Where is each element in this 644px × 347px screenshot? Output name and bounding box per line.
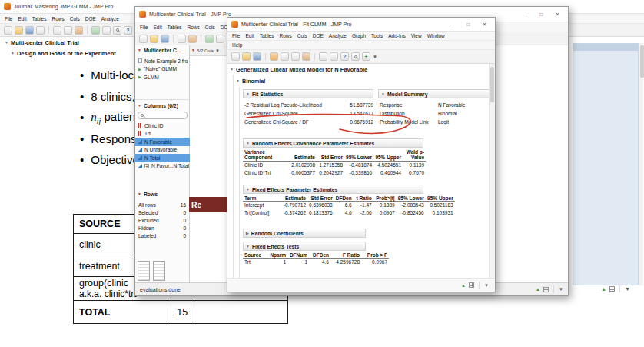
menu-file[interactable]: File <box>140 25 148 30</box>
column-item-n-unfavorable[interactable]: N Unfavorable <box>135 146 190 155</box>
column-item-n-favor-n-total[interactable]: + N Favor...N Total <box>135 162 190 171</box>
help-icon[interactable]: ? <box>340 52 349 61</box>
red-triangle-icon[interactable]: ▼ <box>138 192 141 196</box>
paste-icon[interactable] <box>75 26 83 35</box>
menu-tools[interactable]: Tools <box>371 33 383 38</box>
close-button[interactable]: ✕ <box>551 10 564 19</box>
column-item-trt[interactable]: Trt <box>135 130 190 138</box>
fixed-effects-tests-header[interactable]: ▼ Fixed Effects Tests <box>243 242 366 251</box>
analyze-icon[interactable] <box>205 35 214 43</box>
disclosure-icon[interactable]: ▼ <box>381 92 385 96</box>
menu-rows[interactable]: Rows <box>279 33 291 38</box>
menu-addins[interactable]: Add-Ins <box>388 33 405 38</box>
disclosure-icon[interactable]: ▼ <box>246 188 250 192</box>
table-panel-header[interactable]: ▼ Multicenter C... <box>138 48 181 53</box>
scrollbar-thumb[interactable] <box>490 67 494 102</box>
run-script-icon[interactable]: ▶ <box>138 75 141 79</box>
minimize-button[interactable]: — <box>519 10 532 19</box>
scrollbar-thumb[interactable] <box>640 45 644 78</box>
disclosure-icon[interactable]: ▼ <box>246 92 250 96</box>
selection-arrow-icon[interactable] <box>319 52 327 61</box>
column-search-input[interactable] <box>138 112 188 119</box>
save-icon[interactable] <box>25 26 34 35</box>
fit-statistics-header[interactable]: ▼ Fit Statistics <box>243 89 373 98</box>
menu-rows[interactable]: Rows <box>51 16 64 22</box>
caret-down-icon[interactable]: ▼ <box>559 287 563 292</box>
layout-icon[interactable] <box>281 52 289 61</box>
menu-file[interactable]: File <box>5 16 12 22</box>
rows-panel-header[interactable]: ▼ Rows <box>138 192 158 197</box>
caret-down-icon[interactable]: ▼ <box>625 286 630 292</box>
redo-icon[interactable] <box>102 26 111 35</box>
column-item-clinic-id[interactable]: Clinic ID <box>135 122 190 130</box>
model-summary-header[interactable]: ▼ Model Summary <box>378 89 490 98</box>
red-triangle-icon[interactable]: ▼ <box>138 104 141 108</box>
menu-cols[interactable]: Cols <box>205 25 215 30</box>
report-scrollbar[interactable] <box>489 64 495 278</box>
outline-binomial[interactable]: ▼ Binomial <box>236 78 265 85</box>
undo-icon[interactable] <box>91 26 100 35</box>
columns-panel-header[interactable]: ▼ Columns (6/2) <box>138 103 178 108</box>
window-thumbnail[interactable] <box>153 261 165 281</box>
zoom-icon[interactable] <box>113 26 121 35</box>
disclosure-icon[interactable]: ▼ <box>246 245 250 249</box>
maximize-button[interactable]: □ <box>535 10 548 19</box>
menu-help[interactable]: Help <box>232 42 242 48</box>
menu-tables[interactable]: Tables <box>168 25 182 30</box>
run-script-icon[interactable]: ▶ <box>138 67 141 72</box>
menu-window[interactable]: Window <box>427 33 445 38</box>
new-journal-icon[interactable] <box>4 26 12 35</box>
menu-cols[interactable]: Cols <box>70 16 80 22</box>
column-item-n-favorable[interactable]: N Favorable <box>135 138 190 146</box>
disclosure-icon[interactable]: ▶ <box>246 232 249 235</box>
disclosure-icon[interactable]: ▼ <box>236 79 240 83</box>
table-note-item[interactable]: Note Example 2 fro <box>136 57 189 65</box>
red-triangle-icon[interactable]: ▼ <box>138 48 141 52</box>
layout-grid-icon[interactable] <box>609 286 615 292</box>
scroll-top-icon[interactable]: ▲ <box>461 283 466 288</box>
menu-analyze[interactable]: Analyze <box>101 16 119 22</box>
copy-icon[interactable] <box>178 35 186 43</box>
copy-icon[interactable] <box>291 52 300 61</box>
close-button[interactable]: ✕ <box>478 20 491 29</box>
paste-icon[interactable] <box>188 35 197 43</box>
disclosure-icon[interactable]: ▼ <box>246 142 250 145</box>
zoom-icon[interactable] <box>351 52 360 61</box>
layout-grid-icon[interactable] <box>469 282 474 288</box>
save-icon[interactable] <box>253 52 261 61</box>
menu-doe[interactable]: DOE <box>85 16 96 22</box>
menu-rows[interactable]: Rows <box>187 25 199 30</box>
caret-down-icon[interactable]: ▼ <box>215 48 220 53</box>
grid-corner-cell[interactable]: ▼ 5/2 Cols ▼ <box>190 45 227 56</box>
menu-file[interactable]: File <box>232 33 240 38</box>
maximize-button[interactable]: □ <box>462 20 475 29</box>
menu-view[interactable]: View <box>411 33 422 38</box>
layout-grid-icon[interactable] <box>543 287 549 292</box>
toolbar-overflow-icon[interactable]: ▼ <box>373 55 377 59</box>
scroll-top-icon[interactable]: ▲ <box>601 286 606 292</box>
menu-tables[interactable]: Tables <box>32 16 47 22</box>
journal-icon[interactable] <box>270 52 278 61</box>
grabber-hand-icon[interactable] <box>330 52 338 61</box>
new-icon[interactable] <box>231 52 240 61</box>
script-item-glmm[interactable]: ▶ GLMM <box>136 73 189 82</box>
menu-graph[interactable]: Graph <box>352 33 366 38</box>
menu-tables[interactable]: Tables <box>260 33 274 38</box>
disclosure-icon[interactable]: ▼ <box>230 68 234 72</box>
menu-cols[interactable]: Cols <box>297 33 307 38</box>
random-effects-header[interactable]: ▼ Random Effects Covariance Parameter Es… <box>243 138 423 148</box>
random-coefficients-header[interactable]: ▶ Random Coefficients <box>243 229 366 238</box>
menu-edit[interactable]: Edit <box>245 33 254 38</box>
menu-analyze[interactable]: Analyze <box>329 33 347 38</box>
disclosure-icon[interactable]: ▼ <box>11 52 15 55</box>
graph-icon[interactable] <box>216 35 224 43</box>
menu-doe[interactable]: DOE <box>313 33 324 38</box>
column-item-n-total[interactable]: N Total <box>135 154 190 162</box>
menu-edit[interactable]: Edit <box>153 25 161 30</box>
window-thumbnail[interactable] <box>138 261 150 281</box>
cut-icon[interactable] <box>53 26 61 35</box>
minimize-button[interactable]: — <box>446 20 459 29</box>
disclosure-icon[interactable]: ▼ <box>5 41 8 45</box>
print-icon[interactable] <box>36 26 45 35</box>
outline-multicenter[interactable]: ▼ Multi-center Clinical Trial <box>5 39 79 46</box>
